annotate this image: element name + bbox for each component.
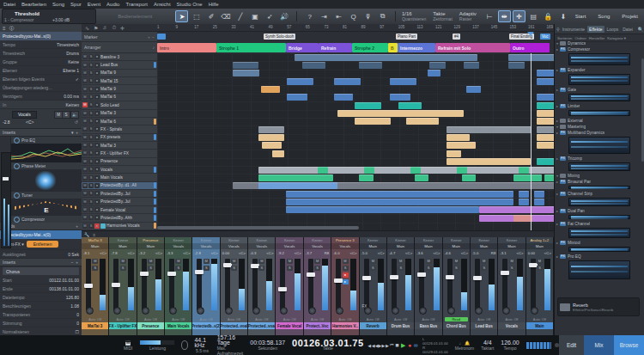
fader-cap[interactable] xyxy=(501,271,509,275)
browser-item-dual-pan[interactable]: ▸FXDual Pan xyxy=(556,208,643,214)
channel-name-label[interactable]: Vocals xyxy=(498,322,525,329)
track-record-button[interactable]: ● xyxy=(94,135,100,140)
clip[interactable] xyxy=(318,167,328,174)
track-header[interactable]: MS●ProtectedBy..Jul xyxy=(82,190,157,198)
clip[interactable] xyxy=(428,70,440,77)
track-header[interactable]: MS●▸Harmonies Vocals xyxy=(82,223,157,230)
channel-pan-value[interactable]: <C> xyxy=(155,251,162,255)
browser-item-binaural-pan[interactable]: ▸FXBinaural Pan xyxy=(556,179,643,185)
power-icon[interactable] xyxy=(14,138,20,144)
channel-insert-slot[interactable]: Analog 1+2 xyxy=(526,237,553,243)
marker-lane[interactable]: Marker＋ − Synth Solo-doohPiano Part#4Fin… xyxy=(82,32,554,42)
channel-automation-mode[interactable]: Auto: Off xyxy=(248,318,275,321)
track-mute-button[interactable]: M xyxy=(82,175,88,181)
channel-name-label[interactable]: Protect..Voc xyxy=(304,322,331,329)
channel-solo-button[interactable]: S xyxy=(287,266,293,271)
project-page-button[interactable]: Projekt xyxy=(616,11,644,21)
track-record-button[interactable]: ● xyxy=(94,150,100,156)
browser-item-external[interactable]: ▸External xyxy=(556,118,643,124)
channel-name-label[interactable]: Main Vocals xyxy=(165,322,191,329)
track-solo-button[interactable]: S xyxy=(88,78,94,83)
clip[interactable] xyxy=(287,78,313,85)
channel-solo-button[interactable]: S xyxy=(148,266,154,271)
fader-cap[interactable] xyxy=(84,284,93,288)
tool-eraser-icon[interactable]: ⌫ xyxy=(219,10,232,22)
track-record-button[interactable]: ● xyxy=(94,199,100,205)
clip[interactable] xyxy=(359,174,374,181)
channel-insert-slot[interactable]: Keiner xyxy=(471,237,497,243)
track-solo-button[interactable]: S xyxy=(88,167,94,172)
channel-insert-slot[interactable]: Keiner xyxy=(248,237,275,243)
arranger-section[interactable]: Refrain xyxy=(319,43,352,52)
track-mute-button[interactable]: M xyxy=(82,78,88,83)
clip[interactable] xyxy=(302,62,325,69)
clip[interactable] xyxy=(429,62,446,69)
clip[interactable] xyxy=(447,126,532,133)
channel-output[interactable]: Vocals xyxy=(304,243,331,249)
channel-output[interactable]: Main xyxy=(82,243,108,249)
track-solo-button[interactable]: S xyxy=(88,126,94,132)
seconds-display[interactable]: 00:03:58.137Sekunden xyxy=(250,340,285,351)
tool-listen-icon[interactable]: 🔊 xyxy=(277,10,290,22)
channel-insert-slot[interactable]: MaiTai 3 xyxy=(82,237,108,243)
add-insert-button[interactable]: ▾ ＋ xyxy=(71,130,79,135)
channel-automation-mode[interactable]: Auto: Off xyxy=(165,318,191,321)
channel-name-label[interactable]: Drum Bus xyxy=(387,322,414,329)
track-height-icon[interactable]: ▤ xyxy=(527,10,540,22)
channel-pan-value[interactable]: <C> xyxy=(100,251,106,255)
track-solo-button[interactable]: S xyxy=(88,135,94,140)
channel-output[interactable]: Main xyxy=(415,243,441,249)
loop-button[interactable]: ∞ xyxy=(413,340,419,350)
nudge-right-icon[interactable]: ⇤ xyxy=(332,10,345,22)
browser-sort-option[interactable]: Ordner xyxy=(574,36,586,40)
record-time-display[interactable]: 157:16 TageMax. Aufnahmezeit xyxy=(217,335,244,355)
clip[interactable] xyxy=(534,199,544,205)
channel-automation-mode[interactable]: Auto: Off xyxy=(526,318,553,321)
clip[interactable] xyxy=(286,199,513,205)
clip[interactable] xyxy=(262,142,282,149)
clip[interactable] xyxy=(447,134,470,141)
channel-name-label[interactable]: Protected..voal xyxy=(221,322,247,329)
clip[interactable] xyxy=(364,167,374,174)
marker-flag[interactable]: #4 xyxy=(453,34,460,40)
browse-button[interactable]: Browse xyxy=(614,335,644,355)
inspector-row[interactable]: Verzögern0.00 ms xyxy=(0,92,82,101)
track-mute-button[interactable]: M xyxy=(82,150,88,156)
channel-output[interactable]: Vocals xyxy=(221,243,247,249)
channel-knob[interactable] xyxy=(225,307,233,315)
clip[interactable] xyxy=(258,174,333,181)
channel-automation-mode[interactable]: Auto: Off xyxy=(387,318,414,321)
snap-bar-icon[interactable]: ⇹ xyxy=(498,10,511,22)
track-solo-button[interactable]: S xyxy=(88,183,94,188)
channel-mute-button[interactable]: M xyxy=(481,259,487,264)
mixer-channel[interactable]: KeinerMain-4.7<C>MSAuto: OffDrum Bus xyxy=(387,237,415,335)
channel-knob[interactable] xyxy=(392,307,399,315)
channel-mute-button[interactable]: M xyxy=(204,259,210,264)
mixer-channel[interactable]: KeinerMain-5.0<C>MSFXAuto: OffReverb xyxy=(360,237,387,335)
channel-name-label[interactable]: Presence xyxy=(137,322,164,329)
channel-name-label[interactable]: FX - Uplifter FX xyxy=(109,322,136,329)
track-mute-button[interactable]: M xyxy=(82,167,88,172)
song-page-button[interactable]: Song xyxy=(592,11,616,21)
event-param-row[interactable]: Ende00138.01.01.00 xyxy=(0,285,82,293)
track-solo-button[interactable]: S xyxy=(88,159,94,164)
arranger-section[interactable]: Strophe 1 xyxy=(216,43,286,52)
channel-pan-value[interactable]: <C> xyxy=(128,251,135,255)
clip[interactable] xyxy=(390,94,410,101)
track-record-button[interactable]: ● xyxy=(94,102,100,107)
track-solo-button[interactable]: S xyxy=(88,54,94,59)
browser-item-limiter[interactable]: ▸FXLimiter xyxy=(556,103,643,109)
track-header[interactable]: MS●MaiTai 6 xyxy=(82,118,157,125)
channel-knob[interactable] xyxy=(336,307,343,315)
inspector-row[interactable]: EbenenEbene 1 xyxy=(0,66,82,75)
fader-cap[interactable] xyxy=(417,272,426,277)
channel-knob[interactable] xyxy=(475,307,483,315)
mixer-channel[interactable]: PresenceMain-3.2<C>MSAuto: OffPresence xyxy=(137,237,165,335)
channel-solo-button[interactable]: S xyxy=(537,266,543,271)
channel-output[interactable]: Main xyxy=(387,243,414,249)
browser-item-channel-strip[interactable]: ▸FXChannel Strip xyxy=(556,191,643,197)
channel-solo-button[interactable]: S xyxy=(92,266,98,271)
track-header[interactable]: MS●FX - Uplifter FX xyxy=(82,150,157,157)
channel-knob[interactable] xyxy=(142,307,149,315)
track-record-button[interactable]: ● xyxy=(94,183,100,188)
